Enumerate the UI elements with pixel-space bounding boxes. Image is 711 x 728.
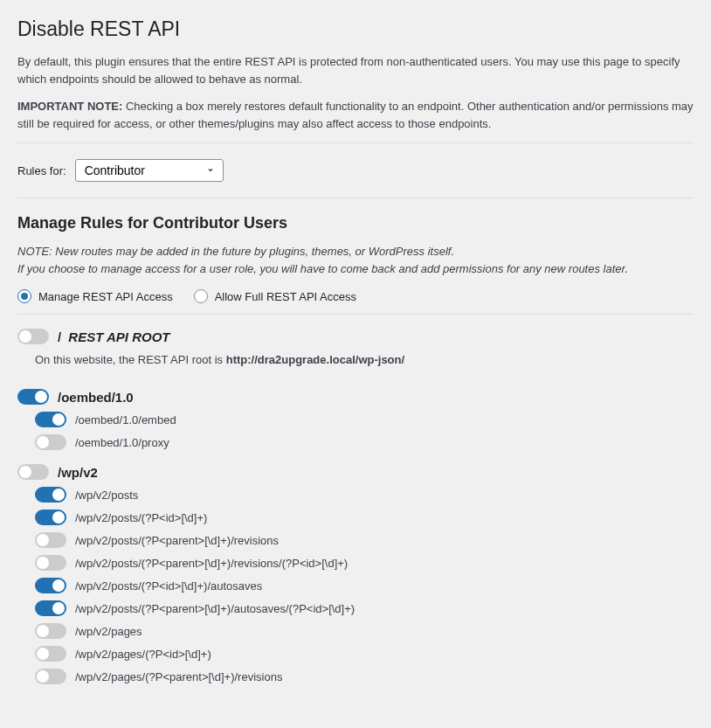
divider xyxy=(17,314,694,315)
route-label: /wp/v2/posts/(?P<parent>[\d]+)/revisions xyxy=(75,534,279,547)
route-row: /wp/v2/posts/(?P<parent>[\d]+)/autosaves… xyxy=(35,597,694,620)
toggle-oembed-proxy[interactable] xyxy=(35,434,66,450)
route-root-label: / REST API ROOT xyxy=(58,329,169,344)
route-row: /wp/v2/pages xyxy=(35,620,694,642)
divider xyxy=(17,198,694,198)
rules-for-row: Rules for: Contributor xyxy=(17,154,694,187)
routes-note: NOTE: New routes may be added in the fut… xyxy=(17,243,694,277)
radio-manage-label: Manage REST API Access xyxy=(38,290,173,303)
radio-allow-label: Allow Full REST API Access xyxy=(215,290,356,303)
toggle-pages[interactable] xyxy=(35,623,66,639)
route-row: /oembed/1.0/embed xyxy=(35,408,694,431)
route-label: /wp/v2/pages/(?P<id>[\d]+) xyxy=(75,648,211,661)
route-group-oembed: /oembed/1.0 xyxy=(17,385,694,408)
route-label: /wp/v2/posts/(?P<parent>[\d]+)/autosaves… xyxy=(75,602,355,615)
route-group-wpv2: /wp/v2 xyxy=(17,461,694,483)
rules-for-label: Rules for: xyxy=(17,164,66,177)
section-title: Manage Rules for Contributor Users xyxy=(17,214,694,232)
radio-manage-access[interactable]: Manage REST API Access xyxy=(17,289,173,303)
note-line1: NOTE: New routes may be added in the fut… xyxy=(17,245,454,258)
intro-text: By default, this plugin ensures that the… xyxy=(17,53,694,87)
toggle-oembed[interactable] xyxy=(17,389,49,405)
toggle-posts-revisions[interactable] xyxy=(35,532,66,548)
toggle-posts-revisions-id[interactable] xyxy=(35,555,66,571)
toggle-posts-autosaves-id[interactable] xyxy=(35,600,66,616)
toggle-oembed-embed[interactable] xyxy=(35,412,66,427)
root-url-note: On this website, the REST API root is ht… xyxy=(35,348,694,378)
root-note-url: http://dra2upgrade.local/wp-json/ xyxy=(226,353,404,366)
route-row: /wp/v2/pages/(?P<parent>[\d]+)/revisions xyxy=(35,665,694,688)
access-mode-radios: Manage REST API Access Allow Full REST A… xyxy=(17,289,694,303)
toggle-wpv2[interactable] xyxy=(17,464,49,480)
route-label: /wp/v2/posts/(?P<id>[\d]+) xyxy=(75,511,207,524)
root-desc: REST API ROOT xyxy=(68,329,169,344)
route-row: /oembed/1.0/proxy xyxy=(35,431,694,454)
radio-allow-full[interactable]: Allow Full REST API Access xyxy=(194,289,356,303)
route-label: /wp/v2/pages xyxy=(75,625,142,638)
route-wpv2-label: /wp/v2 xyxy=(58,465,98,480)
route-oembed-label: /oembed/1.0 xyxy=(58,390,134,405)
radio-icon xyxy=(194,289,208,303)
important-note: IMPORTANT NOTE: Checking a box merely re… xyxy=(17,98,694,132)
toggle-pages-id[interactable] xyxy=(35,646,66,662)
route-row: /wp/v2/pages/(?P<id>[\d]+) xyxy=(35,642,694,665)
toggle-posts[interactable] xyxy=(35,487,66,503)
route-label: /wp/v2/posts/(?P<id>[\d]+)/autosaves xyxy=(75,579,262,593)
route-label: /oembed/1.0/proxy xyxy=(75,436,169,449)
route-row: /wp/v2/posts xyxy=(35,483,694,506)
route-row: /wp/v2/posts/(?P<id>[\d]+)/autosaves xyxy=(35,574,694,597)
page-title: Disable REST API xyxy=(17,17,694,41)
toggle-posts-autosaves[interactable] xyxy=(35,578,66,593)
root-note-prefix: On this website, the REST API root is xyxy=(35,353,226,366)
route-label: /wp/v2/pages/(?P<parent>[\d]+)/revisions xyxy=(75,670,282,683)
toggle-pages-revisions[interactable] xyxy=(35,669,66,684)
route-label: /oembed/1.0/embed xyxy=(75,413,176,426)
root-slash: / xyxy=(58,329,61,344)
divider xyxy=(17,142,694,143)
route-label: /wp/v2/posts xyxy=(75,489,138,502)
route-row: /wp/v2/posts/(?P<id>[\d]+) xyxy=(35,506,694,529)
route-row: /wp/v2/posts/(?P<parent>[\d]+)/revisions… xyxy=(35,551,694,574)
toggle-root[interactable] xyxy=(17,329,49,344)
important-note-label: IMPORTANT NOTE: xyxy=(17,100,122,113)
note-line2: If you choose to manage access for a use… xyxy=(17,262,628,275)
route-row: /wp/v2/posts/(?P<parent>[\d]+)/revisions xyxy=(35,529,694,551)
radio-icon xyxy=(17,289,31,303)
toggle-posts-id[interactable] xyxy=(35,510,66,525)
role-select[interactable]: Contributor xyxy=(75,159,224,182)
route-root: / REST API ROOT xyxy=(17,325,694,348)
route-label: /wp/v2/posts/(?P<parent>[\d]+)/revisions… xyxy=(75,557,348,570)
